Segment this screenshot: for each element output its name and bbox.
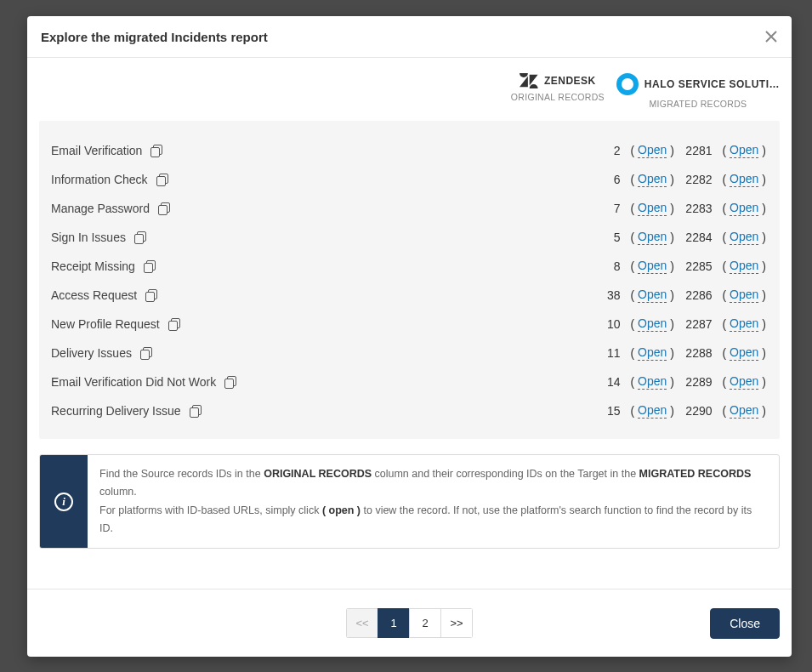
paren: ( — [630, 317, 634, 331]
paren: ( — [630, 346, 634, 360]
info-icon: i — [54, 493, 73, 511]
incident-name: Sign In Issues — [51, 231, 126, 244]
paren: ( — [630, 173, 634, 186]
platforms-header: ZENDESK ORIGINAL RECORDS HALO SERVICE SO… — [39, 70, 780, 121]
original-id: 8 — [614, 259, 621, 273]
open-original-link[interactable]: Open — [638, 172, 667, 187]
row-name: Receipt Missing — [51, 259, 585, 273]
row-name: Delivery Issues — [51, 346, 585, 360]
row-name: Recurring Delivery Issue — [51, 404, 585, 418]
info-text-part: column and their corresponding IDs on th… — [372, 468, 639, 480]
open-migrated-link[interactable]: Open — [730, 316, 758, 332]
zendesk-icon — [520, 73, 538, 88]
open-migrated-link[interactable]: Open — [730, 259, 758, 274]
paren: ) — [762, 173, 766, 186]
open-migrated-link[interactable]: Open — [730, 374, 758, 390]
open-original-link[interactable]: Open — [638, 201, 667, 216]
row-name: Manage Password — [51, 202, 585, 215]
pagination: <<12>> — [346, 608, 473, 638]
copy-icon[interactable] — [224, 376, 236, 388]
open-migrated-link[interactable]: Open — [730, 230, 758, 245]
migrated-cell: 2282 (Open) — [674, 172, 768, 187]
copy-icon[interactable] — [144, 260, 156, 272]
original-cell: 8 (Open) — [585, 259, 674, 274]
original-id: 5 — [614, 231, 621, 244]
row-name: Access Request — [51, 288, 585, 302]
original-cell: 38 (Open) — [585, 288, 674, 303]
open-migrated-link[interactable]: Open — [730, 403, 758, 419]
pagination-page[interactable]: 2 — [409, 608, 441, 638]
close-button[interactable]: Close — [710, 608, 780, 639]
open-migrated-link[interactable]: Open — [730, 172, 758, 187]
paren: ) — [762, 259, 766, 273]
pagination-next[interactable]: >> — [440, 608, 473, 638]
paren: ( — [722, 259, 726, 273]
row-name: Information Check — [51, 173, 585, 186]
paren: ( — [630, 259, 634, 273]
paren: ( — [722, 317, 726, 331]
migrated-cell: 2290 (Open) — [674, 403, 768, 419]
copy-icon[interactable] — [134, 231, 146, 243]
modal-header: Explore the migrated Incidents report — [27, 16, 792, 58]
original-cell: 6 (Open) — [585, 172, 674, 187]
paren: ) — [762, 346, 766, 360]
migrated-cell: 2286 (Open) — [674, 288, 768, 303]
table-row: Information Check6 (Open)2282 (Open) — [51, 165, 768, 194]
pagination-page[interactable]: 1 — [378, 608, 410, 638]
open-original-link[interactable]: Open — [638, 316, 667, 332]
paren: ( — [722, 144, 726, 157]
info-text-part: Find the Source records IDs in the — [99, 468, 264, 480]
migrated-id: 2284 — [685, 231, 712, 244]
copy-icon[interactable] — [168, 318, 180, 330]
paren: ( — [722, 173, 726, 186]
incident-name: Receipt Missing — [51, 259, 135, 273]
open-original-link[interactable]: Open — [638, 259, 667, 274]
original-cell: 2 (Open) — [585, 143, 674, 158]
copy-icon[interactable] — [158, 202, 170, 214]
open-migrated-link[interactable]: Open — [730, 345, 758, 361]
original-cell: 10 (Open) — [585, 316, 674, 332]
incident-name: Recurring Delivery Issue — [51, 404, 181, 418]
info-box: i Find the Source records IDs in the ORI… — [39, 454, 780, 549]
incident-name: Manage Password — [51, 202, 150, 215]
info-icon-wrap: i — [40, 455, 88, 548]
paren: ( — [630, 404, 634, 418]
paren: ( — [722, 404, 726, 418]
open-original-link[interactable]: Open — [638, 143, 667, 158]
original-cell: 14 (Open) — [585, 374, 674, 390]
copy-icon[interactable] — [145, 289, 157, 301]
copy-icon[interactable] — [150, 145, 162, 157]
original-id: 10 — [607, 317, 621, 331]
migrated-id: 2289 — [685, 375, 712, 389]
paren: ( — [630, 231, 634, 244]
table-row: Receipt Missing8 (Open)2285 (Open) — [51, 252, 768, 281]
migrated-id: 2287 — [685, 317, 712, 331]
paren: ) — [762, 375, 766, 389]
copy-icon[interactable] — [190, 405, 202, 417]
open-original-link[interactable]: Open — [638, 374, 667, 390]
migrated-cell: 2284 (Open) — [674, 230, 768, 245]
paren: ( — [630, 375, 634, 389]
paren: ( — [630, 144, 634, 157]
open-original-link[interactable]: Open — [638, 403, 667, 419]
open-migrated-link[interactable]: Open — [730, 201, 758, 216]
copy-icon[interactable] — [140, 347, 152, 359]
copy-icon[interactable] — [156, 174, 168, 185]
original-id: 6 — [614, 173, 621, 186]
migrated-id: 2283 — [685, 202, 712, 215]
migrated-cell: 2289 (Open) — [674, 374, 768, 390]
open-migrated-link[interactable]: Open — [730, 288, 758, 303]
open-original-link[interactable]: Open — [638, 288, 667, 303]
table-row: Sign In Issues5 (Open)2284 (Open) — [51, 223, 768, 252]
close-icon[interactable] — [763, 28, 780, 45]
open-original-link[interactable]: Open — [638, 345, 667, 361]
table-row: Email Verification2 (Open)2281 (Open) — [51, 136, 768, 165]
original-id: 2 — [614, 144, 621, 157]
pagination-prev[interactable]: << — [346, 608, 378, 638]
paren: ( — [722, 375, 726, 389]
migrated-cell: 2288 (Open) — [674, 345, 768, 361]
info-text-part: For platforms with ID-based URLs, simply… — [99, 504, 322, 516]
platform-original-name: ZENDESK — [544, 75, 596, 87]
open-original-link[interactable]: Open — [638, 230, 667, 245]
open-migrated-link[interactable]: Open — [730, 143, 758, 158]
